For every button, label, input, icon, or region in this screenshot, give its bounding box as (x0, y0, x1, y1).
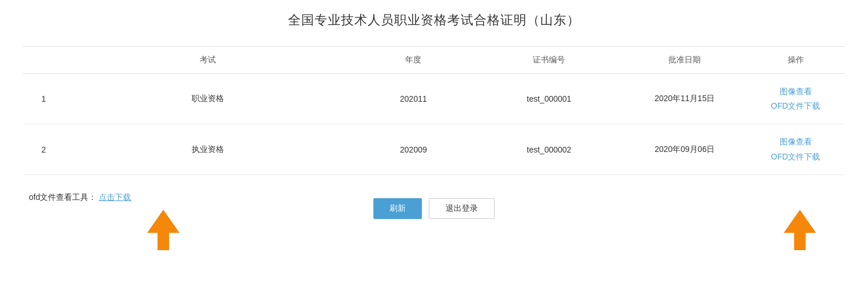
row2-index: 2 (23, 124, 64, 175)
table-row: 1 职业资格 202011 test_000001 2020年11月15日 图像… (23, 74, 845, 124)
row2-year: 202009 (352, 124, 476, 175)
logout-button[interactable]: 退出登录 (429, 198, 495, 219)
right-arrow-shaft (794, 233, 806, 250)
col-cert-header: 证书编号 (475, 47, 623, 74)
row1-index: 1 (23, 74, 64, 124)
col-index-header (23, 47, 64, 74)
footer-area: ofd文件查看工具： 点击下载 刷新 退出登录 (23, 187, 845, 262)
page-container: 全国专业技术人员职业资格考试合格证明（山东） 考试 年度 证书编号 批准日期 操… (0, 0, 868, 297)
row2-ofd-download-link[interactable]: OFD文件下载 (752, 150, 839, 164)
right-arrow-icon (784, 210, 816, 250)
row2-cert-no: test_000002 (475, 124, 623, 175)
col-action-header: 操作 (746, 47, 845, 74)
left-arrow-head (147, 210, 179, 233)
row1-approve-date: 2020年11月15日 (623, 74, 747, 124)
col-date-header: 批准日期 (623, 47, 747, 74)
table-row: 2 执业资格 202009 test_000002 2020年09月06日 图像… (23, 124, 845, 175)
row2-image-view-link[interactable]: 图像查看 (752, 135, 839, 149)
footer-buttons: 刷新 退出登录 (373, 198, 495, 219)
row1-ofd-download-link[interactable]: OFD文件下载 (752, 99, 839, 113)
refresh-button[interactable]: 刷新 (373, 198, 422, 219)
ofd-tool-prefix: ofd文件查看工具： (29, 192, 96, 202)
right-arrow-head (784, 210, 816, 233)
row2-actions: 图像查看 OFD文件下载 (746, 124, 845, 175)
row1-year: 202011 (352, 74, 476, 124)
ofd-tool-download-link[interactable]: 点击下载 (99, 192, 131, 202)
row1-exam-type: 职业资格 (64, 74, 351, 124)
row2-approve-date: 2020年09月06日 (623, 124, 747, 175)
page-title: 全国专业技术人员职业资格考试合格证明（山东） (23, 12, 845, 29)
table-header-row: 考试 年度 证书编号 批准日期 操作 (23, 47, 845, 74)
left-arrow-icon (147, 210, 179, 250)
row2-exam-type: 执业资格 (64, 124, 351, 175)
row1-actions: 图像查看 OFD文件下载 (746, 74, 845, 124)
row1-cert-no: test_000001 (475, 74, 623, 124)
col-year-header: 年度 (352, 47, 476, 74)
col-exam-header: 考试 (64, 47, 351, 74)
left-arrow-shaft (158, 233, 169, 250)
main-table: 考试 年度 证书编号 批准日期 操作 1 职业资格 202011 test_00… (23, 46, 845, 175)
row1-image-view-link[interactable]: 图像查看 (752, 84, 839, 99)
